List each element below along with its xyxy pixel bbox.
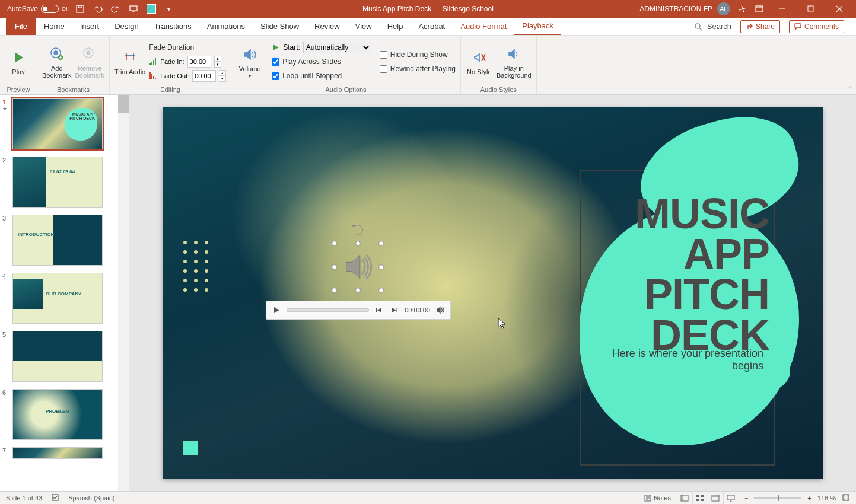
tab-home[interactable]: Home <box>36 18 72 35</box>
minimize-button[interactable] <box>771 0 794 18</box>
ribbon-display-icon[interactable] <box>753 2 766 15</box>
media-seek-track[interactable] <box>287 308 369 312</box>
comments-button[interactable]: Comments <box>789 20 844 33</box>
thumbnail-4[interactable]: 4 OUR COMPANY <box>0 269 129 327</box>
tab-transitions[interactable]: Transitions <box>147 18 199 35</box>
play-in-background-button[interactable]: Play in Background <box>497 44 532 79</box>
tab-acrobat[interactable]: Acrobat <box>411 18 453 35</box>
svg-rect-3 <box>756 6 763 12</box>
tab-review[interactable]: Review <box>307 18 348 35</box>
zoom-out-button[interactable]: − <box>744 495 748 502</box>
trim-audio-button[interactable]: Trim Audio <box>114 48 145 75</box>
reading-view-button[interactable] <box>708 492 723 504</box>
slide-position[interactable]: Slide 1 of 43 <box>6 495 42 502</box>
media-volume-button[interactable] <box>435 305 445 315</box>
rotation-handle[interactable] <box>352 225 363 235</box>
color-swatch-icon[interactable] <box>145 2 158 15</box>
thumbnail-3[interactable]: 3 INTRODUCTION <box>0 211 129 269</box>
share-button[interactable]: Share <box>740 20 780 33</box>
start-select[interactable]: Automatically <box>303 42 371 53</box>
resize-handle[interactable] <box>378 288 384 293</box>
sorter-view-button[interactable] <box>692 492 708 504</box>
media-control-bar: 00:00,00 <box>266 301 451 320</box>
tab-slide-show[interactable]: Slide Show <box>253 18 307 35</box>
no-style-button[interactable]: No Style <box>466 48 493 75</box>
loop-checkbox[interactable]: Loop until Stopped <box>272 70 371 82</box>
svg-rect-28 <box>52 495 58 500</box>
media-skip-fwd-button[interactable] <box>389 305 400 315</box>
zoom-slider[interactable] <box>754 497 801 499</box>
svg-marker-7 <box>15 52 23 63</box>
preview-group-label: Preview <box>5 85 32 93</box>
tab-animations[interactable]: Animations <box>199 18 253 35</box>
media-skip-back-button[interactable] <box>374 305 384 315</box>
slideshow-view-button[interactable] <box>723 492 739 504</box>
tab-view[interactable]: View <box>348 18 380 35</box>
rewind-checkbox[interactable]: Rewind after Playing <box>380 63 456 75</box>
resize-handle[interactable] <box>378 241 384 246</box>
fade-out-input[interactable] <box>192 70 216 82</box>
zoom-in-button[interactable]: + <box>807 495 811 502</box>
hide-during-show-checkbox[interactable]: Hide During Show <box>380 49 456 60</box>
maximize-button[interactable] <box>799 0 823 18</box>
search-input[interactable]: Search <box>694 22 731 31</box>
fit-to-window-button[interactable] <box>842 493 850 503</box>
fade-out-spinner[interactable]: ▴▾ <box>219 70 226 82</box>
audio-styles-group-label: Audio Styles <box>466 85 532 93</box>
ribbon-tabs: File Home Insert Design Transitions Anim… <box>0 18 856 36</box>
resize-handle[interactable] <box>355 241 361 246</box>
slide-canvas[interactable]: MUSIC APP PITCH DECK Here is where your … <box>163 107 823 479</box>
from-beginning-icon[interactable] <box>127 2 140 15</box>
tab-help[interactable]: Help <box>380 18 411 35</box>
slide-thumbnails-panel[interactable]: 1★ MUSIC APP PITCH DECK 2 01 02 03 04 3 … <box>0 95 129 491</box>
scrollbar-thumb[interactable] <box>118 95 129 113</box>
slide-subtitle[interactable]: Here is where your presentation begins <box>585 347 763 372</box>
fade-in-spinner[interactable]: ▴▾ <box>214 56 221 68</box>
thumbnail-6[interactable]: 6 PROBLEM <box>0 385 129 444</box>
save-icon[interactable] <box>74 2 87 15</box>
resize-handle[interactable] <box>355 288 361 293</box>
undo-icon[interactable] <box>91 2 104 15</box>
collapse-ribbon-icon[interactable]: ⌃ <box>848 85 852 92</box>
slide-canvas-area[interactable]: MUSIC APP PITCH DECK Here is where your … <box>129 95 856 491</box>
spell-check-icon[interactable] <box>51 493 59 503</box>
remove-bookmark-button: Remove Bookmark <box>75 44 105 79</box>
play-across-checkbox[interactable]: Play Across Slides <box>272 56 371 68</box>
panel-scrollbar[interactable] <box>118 95 129 491</box>
redo-icon[interactable] <box>109 2 122 15</box>
thumbnail-1[interactable]: 1★ MUSIC APP PITCH DECK <box>0 95 129 153</box>
autosave-toggle[interactable]: AutoSave Off <box>7 5 69 13</box>
tab-audio-format[interactable]: Audio Format <box>453 18 514 35</box>
thumbnail-5[interactable]: 5 <box>0 327 129 385</box>
fade-in-input[interactable] <box>187 56 211 68</box>
editing-group-label: Editing <box>114 85 226 93</box>
svg-rect-20 <box>153 76 154 79</box>
no-style-icon <box>470 48 489 67</box>
user-avatar[interactable]: AF <box>717 2 730 15</box>
add-bookmark-button[interactable]: Add Bookmark <box>42 44 72 79</box>
play-button[interactable]: Play <box>5 48 32 75</box>
notes-button[interactable]: Notes <box>644 495 671 502</box>
tab-playback[interactable]: Playback <box>514 18 561 35</box>
close-button[interactable] <box>828 0 851 18</box>
tab-file[interactable]: File <box>6 18 36 35</box>
thumbnail-2[interactable]: 2 01 02 03 04 <box>0 153 129 211</box>
volume-icon <box>240 45 259 64</box>
resize-handle[interactable] <box>332 241 337 246</box>
speaker-icon <box>341 250 375 284</box>
resize-handle[interactable] <box>332 288 337 293</box>
normal-view-button[interactable] <box>677 492 692 504</box>
resize-handle[interactable] <box>332 264 337 270</box>
resize-handle[interactable] <box>378 264 384 270</box>
coming-soon-icon[interactable] <box>735 2 748 15</box>
tab-insert[interactable]: Insert <box>72 18 107 35</box>
customize-qat-icon[interactable]: ▾ <box>163 2 176 15</box>
volume-button[interactable]: Volume ▾ <box>236 45 263 79</box>
zoom-level[interactable]: 118 % <box>817 495 836 502</box>
language-status[interactable]: Spanish (Spain) <box>68 495 114 502</box>
media-play-button[interactable] <box>271 305 282 315</box>
thumbnail-7[interactable]: 7 <box>0 444 129 462</box>
slide-title[interactable]: MUSIC APP PITCH DECK <box>580 193 769 356</box>
tab-design[interactable]: Design <box>107 18 146 35</box>
audio-object[interactable] <box>335 244 381 290</box>
